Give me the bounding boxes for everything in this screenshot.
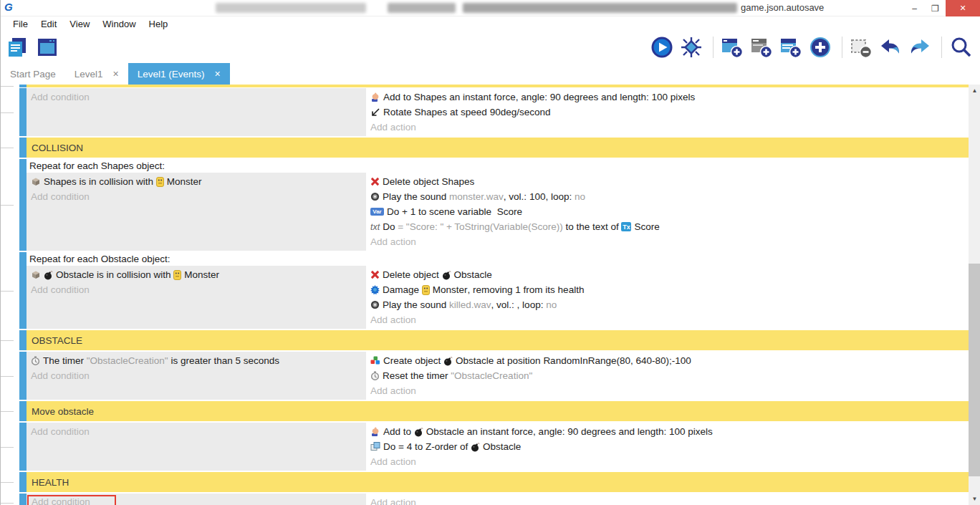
add-subevent-button[interactable]: [780, 35, 804, 59]
event-row: Add conditionAdd to Obstacle an instant …: [1, 423, 969, 471]
search-button[interactable]: [950, 35, 974, 59]
minimize-button[interactable]: –: [904, 0, 925, 16]
add-condition[interactable]: Add condition: [27, 282, 366, 297]
action-line[interactable]: Damage Monster, removing 1 from its heal…: [366, 282, 969, 297]
text-segment: to Z-order of: [412, 441, 471, 452]
text-segment: Do: [387, 206, 402, 217]
text-segment: Obstacle: [454, 269, 492, 280]
tab-close-icon[interactable]: ×: [113, 68, 119, 80]
add-comment-button[interactable]: [751, 35, 775, 59]
event-content: [27, 85, 969, 87]
text-object-icon: Tx: [621, 222, 631, 231]
event-selection-bar[interactable]: [19, 330, 27, 350]
add-condition[interactable]: Add condition: [27, 368, 366, 383]
action-line[interactable]: Add to Obstacle an instant force, angle:…: [366, 424, 969, 439]
action-line[interactable]: Rotate Shapes at speed 90deg/second: [366, 105, 969, 120]
tab-start-page[interactable]: Start Page: [1, 63, 65, 85]
menu-view[interactable]: View: [63, 16, 96, 32]
redacted-title-segment: [216, 3, 366, 13]
add-event-button[interactable]: [721, 35, 746, 59]
text-segment: Add action: [370, 497, 416, 505]
action-line[interactable]: Create object Obstacle at position Rando…: [366, 353, 969, 368]
text-segment: "ObstacleCreation": [451, 370, 532, 381]
event-selection-bar[interactable]: [19, 88, 27, 136]
action-line[interactable]: Play the sound monster.wav, vol.: 100, l…: [366, 189, 969, 204]
scroll-up-arrow[interactable]: ▲: [969, 85, 980, 97]
action-line[interactable]: Do = 4 to Z-order of Obstacle: [366, 439, 969, 454]
add-action[interactable]: Add action: [366, 495, 969, 505]
menu-help[interactable]: Help: [143, 16, 175, 32]
add-action[interactable]: Add action: [366, 234, 969, 249]
add-condition[interactable]: Add condition: [27, 495, 366, 505]
add-condition[interactable]: Add condition: [27, 90, 366, 105]
text-segment: Add condition: [32, 496, 90, 505]
tab-close-icon[interactable]: ×: [215, 68, 221, 80]
text-segment: Shapes: [44, 176, 77, 187]
action-line[interactable]: txtDo = "Score: " + ToString(Variable(Sc…: [366, 219, 969, 234]
conditions-column: Add condition: [27, 88, 366, 136]
event-selection-bar[interactable]: [19, 252, 27, 329]
comment-block[interactable]: OBSTACLE: [27, 330, 969, 350]
redo-button[interactable]: [909, 35, 933, 59]
event-selection-bar[interactable]: [19, 85, 27, 87]
add-condition[interactable]: Add condition: [27, 424, 366, 439]
text-segment: Shapes: [414, 92, 447, 102]
event-repeat-header[interactable]: Repeat for each Obstacle object:: [27, 252, 969, 266]
scene-window-button[interactable]: [37, 35, 61, 59]
vertical-scrollbar[interactable]: ▲ ▼: [969, 85, 980, 505]
comment-block[interactable]: COLLISION: [27, 138, 969, 158]
condition-line[interactable]: Obstacle is in collision with Monster: [27, 267, 366, 282]
fold-tick: [1, 503, 14, 504]
fold-tick: [1, 205, 14, 206]
text-segment: Obstacle: [426, 426, 464, 437]
menu-window[interactable]: Window: [96, 16, 142, 32]
gutter: [1, 472, 19, 492]
add-action[interactable]: Add action: [366, 120, 969, 135]
gutter: [1, 401, 19, 421]
event-row: Add conditionAdd to Shapes an instant fo…: [1, 88, 969, 136]
comment-block[interactable]: Move obstacle: [27, 401, 969, 421]
action-line[interactable]: Delete object Shapes: [366, 174, 969, 189]
close-button[interactable]: ✕: [946, 0, 980, 16]
action-line[interactable]: Delete object Obstacle: [366, 267, 969, 282]
add-condition[interactable]: Add condition: [27, 189, 366, 204]
bomb-icon: [414, 427, 423, 437]
debug-button[interactable]: [681, 35, 705, 59]
event-selection-bar[interactable]: [19, 352, 27, 400]
action-line[interactable]: VarDo + 1 to scene variable Score: [366, 204, 969, 219]
event-selection-bar[interactable]: [19, 138, 27, 158]
add-action[interactable]: Add action: [366, 454, 969, 469]
event-selection-bar[interactable]: [19, 401, 27, 421]
add-action[interactable]: Add action: [366, 312, 969, 327]
comment-block[interactable]: HEALTH: [27, 472, 969, 492]
toolbar-left-group: [6, 35, 61, 59]
text-segment: no: [546, 299, 557, 310]
menu-file[interactable]: File: [6, 16, 34, 32]
scrollbar-thumb[interactable]: [969, 264, 980, 476]
action-line[interactable]: Play the sound killed.wav, vol.: , loop:…: [366, 297, 969, 312]
scroll-down-arrow[interactable]: ▼: [969, 493, 980, 505]
event-repeat-header[interactable]: Repeat for each Shapes object:: [27, 159, 969, 173]
event-selection-bar[interactable]: [19, 159, 27, 251]
event-selection-bar[interactable]: [19, 494, 27, 505]
action-line[interactable]: Reset the timer "ObstacleCreation": [366, 368, 969, 383]
add-circle-button[interactable]: [810, 35, 834, 59]
action-line[interactable]: Add to Shapes an instant force, angle: 9…: [366, 90, 969, 105]
condition-line[interactable]: The timer "ObstacleCreation" is greater …: [27, 353, 366, 368]
condition-line[interactable]: Shapes is in collision with Monster: [27, 174, 366, 189]
undo-button[interactable]: [880, 35, 904, 59]
event-selection-bar[interactable]: [19, 423, 27, 471]
text-segment: Do: [383, 441, 398, 452]
maximize-button[interactable]: ❐: [925, 0, 946, 16]
project-manager-button[interactable]: [6, 35, 31, 59]
add-action[interactable]: Add action: [366, 383, 969, 398]
text-segment: deg/second: [501, 107, 551, 117]
play-button[interactable]: [651, 35, 676, 59]
gutter: [1, 85, 19, 87]
menu-edit[interactable]: Edit: [34, 16, 63, 32]
tab-level1[interactable]: Level1×: [65, 63, 128, 85]
tab-level1-events-[interactable]: Level1 (Events)×: [128, 63, 230, 85]
text-segment: is in collision with: [94, 269, 173, 280]
event-selection-bar[interactable]: [19, 472, 27, 492]
remove-event-button[interactable]: [850, 35, 875, 59]
